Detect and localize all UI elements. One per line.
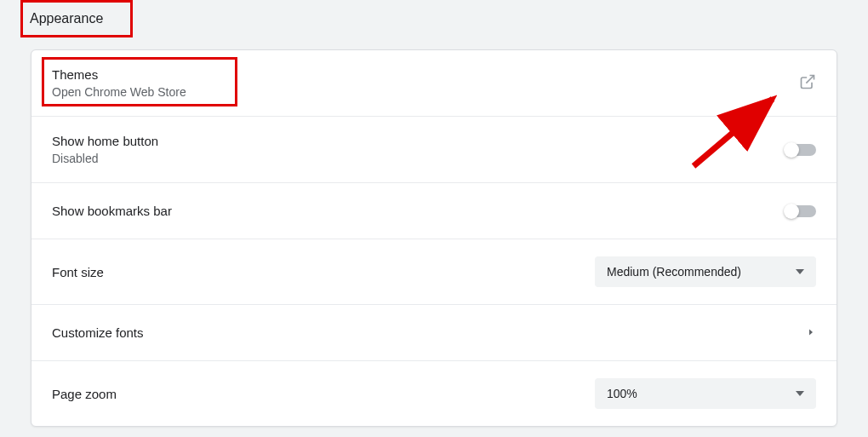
chevron-right-icon: [806, 326, 816, 340]
row-bookmarks-left: Show bookmarks bar: [52, 204, 172, 218]
font-size-value: Medium (Recommended): [607, 265, 741, 279]
row-themes-left: Themes Open Chrome Web Store: [52, 67, 186, 99]
toggle-knob: [784, 204, 799, 219]
font-size-title: Font size: [52, 265, 104, 279]
home-button-subtitle: Disabled: [52, 152, 158, 165]
home-button-title: Show home button: [52, 134, 158, 148]
chevron-down-icon: [796, 269, 804, 274]
page-zoom-title: Page zoom: [52, 387, 117, 401]
home-button-toggle[interactable]: [785, 144, 816, 156]
row-customize-fonts-left: Customize fonts: [52, 325, 144, 340]
row-page-zoom: Page zoom 100%: [31, 361, 837, 426]
row-home-button: Show home button Disabled: [31, 117, 837, 183]
bookmarks-toggle[interactable]: [785, 205, 816, 217]
section-title-highlight: Appearance: [20, 0, 133, 37]
row-home-left: Show home button Disabled: [52, 134, 158, 165]
page-zoom-value: 100%: [607, 387, 637, 400]
row-themes[interactable]: Themes Open Chrome Web Store: [31, 50, 837, 117]
row-page-zoom-left: Page zoom: [52, 387, 117, 401]
svg-line-0: [806, 75, 814, 83]
settings-card: Themes Open Chrome Web Store Show home b…: [31, 49, 837, 427]
font-size-select[interactable]: Medium (Recommended): [595, 256, 816, 287]
section-title: Appearance: [30, 11, 103, 26]
chevron-down-icon: [796, 391, 804, 396]
external-link-icon[interactable]: [799, 73, 816, 94]
row-font-size: Font size Medium (Recommended): [31, 239, 837, 305]
themes-title: Themes: [52, 67, 186, 82]
bookmarks-title: Show bookmarks bar: [52, 204, 172, 218]
row-bookmarks: Show bookmarks bar: [31, 183, 837, 239]
page-zoom-select[interactable]: 100%: [595, 378, 816, 409]
row-customize-fonts[interactable]: Customize fonts: [31, 305, 837, 361]
row-font-size-left: Font size: [52, 265, 104, 279]
toggle-knob: [784, 142, 799, 158]
themes-subtitle: Open Chrome Web Store: [52, 85, 186, 99]
customize-fonts-title: Customize fonts: [52, 325, 144, 340]
